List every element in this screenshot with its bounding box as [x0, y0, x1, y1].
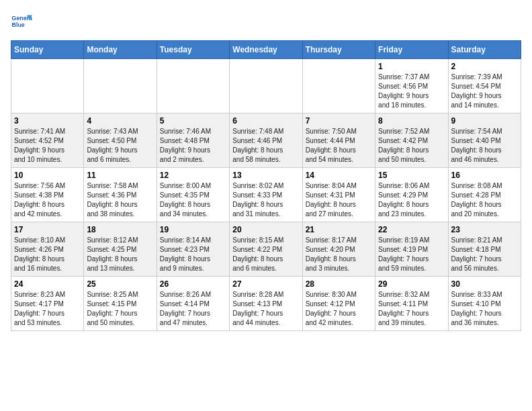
day-info: Sunrise: 8:02 AM Sunset: 4:33 PM Dayligh… — [232, 181, 299, 219]
day-info: Sunrise: 8:06 AM Sunset: 4:29 PM Dayligh… — [378, 181, 445, 219]
day-info: Sunrise: 7:56 AM Sunset: 4:38 PM Dayligh… — [14, 181, 81, 219]
calendar-cell: 9Sunrise: 7:54 AM Sunset: 4:40 PM Daylig… — [448, 113, 521, 168]
calendar-cell: 21Sunrise: 8:17 AM Sunset: 4:20 PM Dayli… — [302, 222, 375, 277]
calendar-week-row: 3Sunrise: 7:41 AM Sunset: 4:52 PM Daylig… — [11, 113, 521, 168]
day-info: Sunrise: 8:21 AM Sunset: 4:18 PM Dayligh… — [451, 236, 518, 273]
day-number: 11 — [87, 171, 153, 180]
day-number: 29 — [378, 279, 445, 289]
day-number: 28 — [306, 279, 372, 289]
day-info: Sunrise: 8:12 AM Sunset: 4:25 PM Dayligh… — [87, 236, 153, 273]
weekday-header: Wednesday — [230, 41, 302, 59]
day-number: 19 — [160, 225, 226, 234]
calendar-cell: 29Sunrise: 8:32 AM Sunset: 4:11 PM Dayli… — [375, 277, 448, 331]
day-number: 26 — [160, 279, 226, 289]
day-number: 10 — [14, 171, 81, 180]
day-info: Sunrise: 8:04 AM Sunset: 4:31 PM Dayligh… — [306, 181, 372, 219]
calendar-cell: 26Sunrise: 8:26 AM Sunset: 4:14 PM Dayli… — [157, 277, 229, 331]
day-number: 17 — [14, 225, 81, 234]
day-number: 20 — [232, 225, 299, 234]
calendar-week-row: 1Sunrise: 7:37 AM Sunset: 4:56 PM Daylig… — [11, 59, 521, 113]
page-header: General Blue — [11, 11, 521, 32]
day-number: 6 — [232, 116, 299, 126]
calendar-cell: 2Sunrise: 7:39 AM Sunset: 4:54 PM Daylig… — [448, 59, 521, 113]
calendar-cell — [157, 59, 229, 113]
calendar-cell: 3Sunrise: 7:41 AM Sunset: 4:52 PM Daylig… — [11, 113, 84, 168]
day-number: 30 — [451, 279, 518, 289]
calendar-cell: 30Sunrise: 8:33 AM Sunset: 4:10 PM Dayli… — [448, 277, 521, 331]
calendar-cell: 20Sunrise: 8:15 AM Sunset: 4:22 PM Dayli… — [230, 222, 302, 277]
calendar-cell: 6Sunrise: 7:48 AM Sunset: 4:46 PM Daylig… — [230, 113, 302, 168]
day-info: Sunrise: 7:48 AM Sunset: 4:46 PM Dayligh… — [232, 127, 299, 165]
day-info: Sunrise: 7:54 AM Sunset: 4:40 PM Dayligh… — [451, 127, 518, 165]
calendar-cell: 15Sunrise: 8:06 AM Sunset: 4:29 PM Dayli… — [375, 168, 448, 222]
calendar-header-row: SundayMondayTuesdayWednesdayThursdayFrid… — [11, 41, 521, 59]
calendar-cell: 13Sunrise: 8:02 AM Sunset: 4:33 PM Dayli… — [230, 168, 302, 222]
day-info: Sunrise: 8:23 AM Sunset: 4:17 PM Dayligh… — [14, 290, 81, 328]
day-info: Sunrise: 7:37 AM Sunset: 4:56 PM Dayligh… — [378, 73, 445, 110]
day-info: Sunrise: 8:00 AM Sunset: 4:35 PM Dayligh… — [160, 181, 226, 219]
day-number: 4 — [87, 116, 153, 126]
calendar-cell: 19Sunrise: 8:14 AM Sunset: 4:23 PM Dayli… — [157, 222, 229, 277]
calendar-table: SundayMondayTuesdayWednesdayThursdayFrid… — [11, 40, 521, 331]
calendar-week-row: 24Sunrise: 8:23 AM Sunset: 4:17 PM Dayli… — [11, 277, 521, 331]
calendar-cell: 25Sunrise: 8:25 AM Sunset: 4:15 PM Dayli… — [84, 277, 157, 331]
calendar-cell: 4Sunrise: 7:43 AM Sunset: 4:50 PM Daylig… — [84, 113, 157, 168]
day-number: 2 — [451, 62, 518, 71]
calendar-cell: 5Sunrise: 7:46 AM Sunset: 4:48 PM Daylig… — [157, 113, 229, 168]
day-info: Sunrise: 7:50 AM Sunset: 4:44 PM Dayligh… — [306, 127, 372, 165]
weekday-header: Thursday — [302, 41, 375, 59]
weekday-header: Saturday — [448, 41, 521, 59]
day-number: 25 — [87, 279, 153, 289]
day-number: 22 — [378, 225, 445, 234]
calendar-cell: 16Sunrise: 8:08 AM Sunset: 4:28 PM Dayli… — [448, 168, 521, 222]
day-number: 7 — [306, 116, 372, 126]
calendar-cell: 22Sunrise: 8:19 AM Sunset: 4:19 PM Dayli… — [375, 222, 448, 277]
weekday-header: Tuesday — [157, 41, 229, 59]
day-info: Sunrise: 8:10 AM Sunset: 4:26 PM Dayligh… — [14, 236, 81, 273]
day-info: Sunrise: 8:28 AM Sunset: 4:13 PM Dayligh… — [232, 290, 299, 328]
day-number: 5 — [160, 116, 226, 126]
weekday-header: Sunday — [11, 41, 84, 59]
calendar-cell: 1Sunrise: 7:37 AM Sunset: 4:56 PM Daylig… — [375, 59, 448, 113]
day-info: Sunrise: 8:17 AM Sunset: 4:20 PM Dayligh… — [306, 236, 372, 273]
calendar-cell: 28Sunrise: 8:30 AM Sunset: 4:12 PM Dayli… — [302, 277, 375, 331]
day-number: 1 — [378, 62, 445, 71]
day-info: Sunrise: 8:14 AM Sunset: 4:23 PM Dayligh… — [160, 236, 226, 273]
logo: General Blue — [11, 11, 35, 32]
calendar-cell: 23Sunrise: 8:21 AM Sunset: 4:18 PM Dayli… — [448, 222, 521, 277]
day-number: 12 — [160, 171, 226, 180]
day-number: 27 — [232, 279, 299, 289]
day-info: Sunrise: 8:25 AM Sunset: 4:15 PM Dayligh… — [87, 290, 153, 328]
day-number: 3 — [14, 116, 81, 126]
day-number: 15 — [378, 171, 445, 180]
calendar-cell — [11, 59, 84, 113]
day-number: 23 — [451, 225, 518, 234]
weekday-header: Friday — [375, 41, 448, 59]
day-info: Sunrise: 7:46 AM Sunset: 4:48 PM Dayligh… — [160, 127, 226, 165]
day-info: Sunrise: 7:41 AM Sunset: 4:52 PM Dayligh… — [14, 127, 81, 165]
day-number: 14 — [306, 171, 372, 180]
day-info: Sunrise: 8:30 AM Sunset: 4:12 PM Dayligh… — [306, 290, 372, 328]
calendar-cell: 8Sunrise: 7:52 AM Sunset: 4:42 PM Daylig… — [375, 113, 448, 168]
calendar-cell: 18Sunrise: 8:12 AM Sunset: 4:25 PM Dayli… — [84, 222, 157, 277]
calendar-week-row: 17Sunrise: 8:10 AM Sunset: 4:26 PM Dayli… — [11, 222, 521, 277]
day-number: 16 — [451, 171, 518, 180]
calendar-cell: 11Sunrise: 7:58 AM Sunset: 4:36 PM Dayli… — [84, 168, 157, 222]
day-info: Sunrise: 8:15 AM Sunset: 4:22 PM Dayligh… — [232, 236, 299, 273]
calendar-cell: 27Sunrise: 8:28 AM Sunset: 4:13 PM Dayli… — [230, 277, 302, 331]
day-info: Sunrise: 8:33 AM Sunset: 4:10 PM Dayligh… — [451, 290, 518, 328]
day-info: Sunrise: 8:08 AM Sunset: 4:28 PM Dayligh… — [451, 181, 518, 219]
svg-text:Blue: Blue — [12, 21, 25, 28]
day-number: 18 — [87, 225, 153, 234]
day-number: 13 — [232, 171, 299, 180]
calendar-cell: 14Sunrise: 8:04 AM Sunset: 4:31 PM Dayli… — [302, 168, 375, 222]
calendar-cell — [230, 59, 302, 113]
day-number: 8 — [378, 116, 445, 126]
calendar-cell: 10Sunrise: 7:56 AM Sunset: 4:38 PM Dayli… — [11, 168, 84, 222]
calendar-cell: 17Sunrise: 8:10 AM Sunset: 4:26 PM Dayli… — [11, 222, 84, 277]
day-info: Sunrise: 7:43 AM Sunset: 4:50 PM Dayligh… — [87, 127, 153, 165]
day-info: Sunrise: 8:26 AM Sunset: 4:14 PM Dayligh… — [160, 290, 226, 328]
day-info: Sunrise: 7:58 AM Sunset: 4:36 PM Dayligh… — [87, 181, 153, 219]
day-info: Sunrise: 7:39 AM Sunset: 4:54 PM Dayligh… — [451, 73, 518, 110]
day-info: Sunrise: 7:52 AM Sunset: 4:42 PM Dayligh… — [378, 127, 445, 165]
